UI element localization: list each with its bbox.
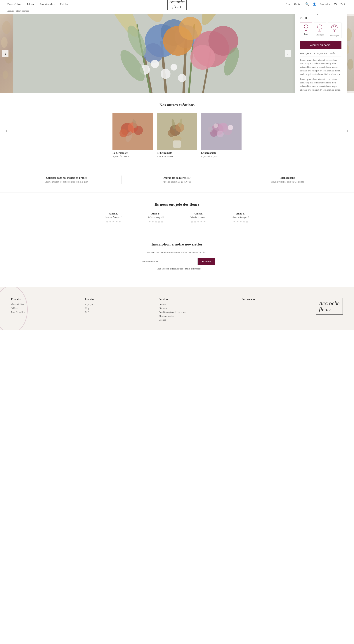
star: ★ xyxy=(191,220,193,223)
cart-icon: 🛍 xyxy=(334,2,337,6)
footer-col-social: Suivez-nous xyxy=(242,298,260,303)
nav-logo-center: Accroche fleurs xyxy=(168,0,186,10)
star: ★ xyxy=(236,220,239,223)
list-item: Anne B. Suberbe bouquet ! ★ ★ ★ ★ ★ xyxy=(222,212,259,223)
footer-link[interactable]: Cookies xyxy=(159,318,186,321)
hero-prev-button[interactable]: ‹ xyxy=(2,50,8,57)
nav-link-contact[interactable]: Contact xyxy=(294,2,302,6)
tab-composition[interactable]: Composition xyxy=(314,52,327,56)
product-thumb-img-3 xyxy=(201,113,241,150)
size-label-extravagant: Extravagant xyxy=(330,34,340,36)
nav-link-atelier[interactable]: L'atelier xyxy=(60,2,68,6)
list-item[interactable]: Le bergamote A partir de 25,00 € xyxy=(201,113,241,158)
carousel-prev-button[interactable]: ‹ xyxy=(5,128,7,133)
thumb-price-2: A partir de 25,00 € xyxy=(157,155,197,158)
connexion-icon: 👤 xyxy=(313,2,316,6)
size-option-petit[interactable]: Petit xyxy=(300,23,312,38)
star: ★ xyxy=(109,220,112,223)
feature-livraison: Bien emballé Nous livrons nos colis par … xyxy=(232,173,343,187)
svg-point-55 xyxy=(168,130,175,137)
stars-1: ★ ★ ★ ★ ★ xyxy=(95,220,132,223)
size-option-classique[interactable]: Classique xyxy=(314,23,326,38)
footer-col-services-title: Services xyxy=(159,298,186,301)
reviewer-name-4: Anne B. xyxy=(222,212,259,215)
other-creations-section: Nos autres créations ‹ Le bergamote xyxy=(0,93,354,167)
star: ★ xyxy=(203,220,206,223)
product-price: 25,00 € xyxy=(300,16,342,20)
star: ★ xyxy=(112,220,115,223)
connexion-link[interactable]: Connexion xyxy=(320,2,330,6)
reviewer-quote-2: Suberbe bouquet ! xyxy=(137,216,174,219)
list-item[interactable]: Le bergamote A partir de 25,00 € xyxy=(157,113,197,158)
feature-livraison-title: Bien emballé xyxy=(238,176,338,180)
nav-link-tableau[interactable]: Tableau xyxy=(27,2,34,6)
newsletter-desc: Recevez nos dernières nouveautés produit… xyxy=(11,251,343,254)
nav-link-rose[interactable]: Rose éternelles xyxy=(40,2,54,6)
size-label-classique: Classique xyxy=(316,34,324,36)
product-description-1: Lorem ipsum dolor sit amet, consectetuer… xyxy=(300,58,342,76)
star: ★ xyxy=(149,220,151,223)
footer-logo-wrap: Accroche fleurs xyxy=(316,298,343,314)
footer-decoration xyxy=(0,287,28,330)
nav-right-links: Blog Contact 🔍 👤 Connexion 🛍 Panier xyxy=(286,2,347,6)
product-thumb-img-1 xyxy=(113,113,153,150)
search-icon[interactable]: 🔍 xyxy=(305,2,309,6)
star: ★ xyxy=(239,220,242,223)
feature-contact-title: Au ras des pâquerettes ? xyxy=(127,176,227,180)
newsletter-title: Inscription à notre newsletter xyxy=(11,242,343,246)
tab-taille[interactable]: Taille xyxy=(330,52,335,56)
svg-point-66 xyxy=(228,125,233,130)
size-option-extravagant[interactable]: Extravagant xyxy=(328,23,342,38)
footer-col-social-title: Suivez-nous xyxy=(242,298,260,301)
features-section: Composé dans nos ateliers en France Chaq… xyxy=(0,167,354,193)
nav-link-blog[interactable]: Blog xyxy=(286,2,290,6)
star: ★ xyxy=(158,220,160,223)
svg-point-34 xyxy=(347,59,353,70)
footer-link[interactable]: Mentions légales xyxy=(159,315,186,318)
star: ★ xyxy=(161,220,163,223)
footer-link[interactable]: FAQ xyxy=(85,311,103,314)
reviews-grid: Anne B. Suberbe bouquet ! ★ ★ ★ ★ ★ Anne… xyxy=(11,212,343,223)
reviewer-name-3: Anne B. xyxy=(180,212,217,215)
tab-description[interactable]: Description xyxy=(300,52,311,56)
add-to-cart-button[interactable]: Ajouter au panier xyxy=(300,41,342,49)
footer-link[interactable]: A propos xyxy=(85,303,103,306)
carousel-next-button[interactable]: › xyxy=(347,128,349,133)
newsletter-section: Inscription à notre newsletter Recevez n… xyxy=(0,232,354,280)
svg-point-3 xyxy=(3,70,8,79)
footer-link[interactable]: Blog xyxy=(85,307,103,310)
list-item: Anne B. Suberbe bouquet ! ★ ★ ★ ★ ★ xyxy=(137,212,174,223)
reviewer-quote-4: Suberbe bouquet ! xyxy=(222,216,259,219)
list-item[interactable]: Le bergamote A partir de 25,00 € xyxy=(113,113,153,158)
footer-link[interactable]: Contact xyxy=(159,303,186,306)
svg-point-48 xyxy=(120,129,128,137)
star: ★ xyxy=(243,220,245,223)
newsletter-checkbox[interactable] xyxy=(153,268,155,270)
svg-point-42 xyxy=(333,25,336,27)
svg-point-35 xyxy=(304,25,308,28)
footer-link[interactable]: Livraison xyxy=(159,307,186,310)
footer-brand-logo[interactable]: Accroche fleurs xyxy=(316,298,343,314)
star: ★ xyxy=(246,220,248,223)
svg-point-68 xyxy=(208,127,213,132)
panier-link[interactable]: Panier xyxy=(341,2,347,6)
star: ★ xyxy=(152,220,154,223)
star: ★ xyxy=(155,220,157,223)
newsletter-email-input[interactable] xyxy=(139,258,198,265)
brand-logo[interactable]: Accroche fleurs xyxy=(168,0,186,10)
svg-point-0 xyxy=(2,21,11,34)
list-item: Anne B. Suberbe bouquet ! ★ ★ ★ ★ ★ xyxy=(95,212,132,223)
other-creations-title: Nos autres créations xyxy=(11,102,343,107)
newsletter-submit-button[interactable]: Envoyer xyxy=(198,258,215,265)
main-bouquet-svg xyxy=(13,14,343,93)
star: ★ xyxy=(194,220,196,223)
other-creations-carousel: ‹ Le bergamote A partir de 25,00 € xyxy=(11,113,343,158)
footer: Produits Fleurs séchées Tableau Rose éte… xyxy=(0,287,354,330)
footer-link[interactable]: Conditions générales de ventes xyxy=(159,311,186,314)
nav-link-fleurs[interactable]: Fleurs séchées xyxy=(7,2,21,6)
newsletter-underline xyxy=(172,248,182,248)
product-tabs: Description Composition Taille xyxy=(300,52,342,56)
hero-next-button[interactable]: › xyxy=(285,50,291,57)
feature-contact-desc: Appelez nous au 01 23 45 67 89 xyxy=(127,180,227,183)
size-icon-classique xyxy=(316,24,324,33)
